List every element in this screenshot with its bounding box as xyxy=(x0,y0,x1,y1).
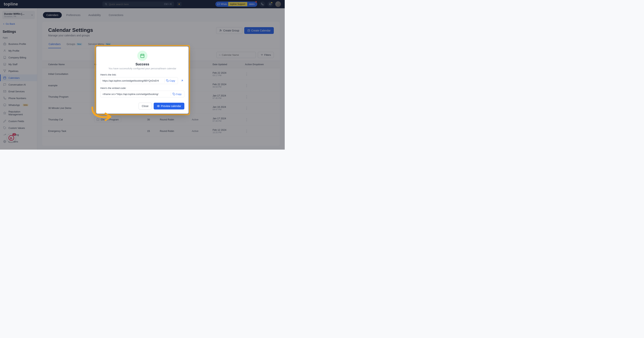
preview-calendar-button[interactable]: Preview calendar xyxy=(154,103,184,110)
embed-label: Here's the embed code: xyxy=(100,87,184,90)
svg-rect-13 xyxy=(167,80,168,82)
modal-highlight-frame: Success You have successfully configured… xyxy=(95,45,190,115)
modal-title: Success xyxy=(100,62,184,66)
svg-rect-12 xyxy=(141,54,144,58)
svg-rect-14 xyxy=(174,94,175,95)
success-icon xyxy=(137,51,148,61)
embed-input[interactable] xyxy=(102,93,171,96)
modal-subtitle: You have successfully configured your pe… xyxy=(100,67,184,70)
copy-embed-button[interactable]: Copy xyxy=(171,92,182,96)
link-input[interactable] xyxy=(102,79,164,82)
copy-link-button[interactable]: Copy xyxy=(164,79,176,83)
close-button[interactable]: Close xyxy=(138,103,152,110)
open-link-icon[interactable] xyxy=(180,78,184,83)
svg-point-15 xyxy=(158,106,159,106)
success-modal: Success You have successfully configured… xyxy=(96,47,188,114)
link-label: Here's the link: xyxy=(100,73,184,76)
